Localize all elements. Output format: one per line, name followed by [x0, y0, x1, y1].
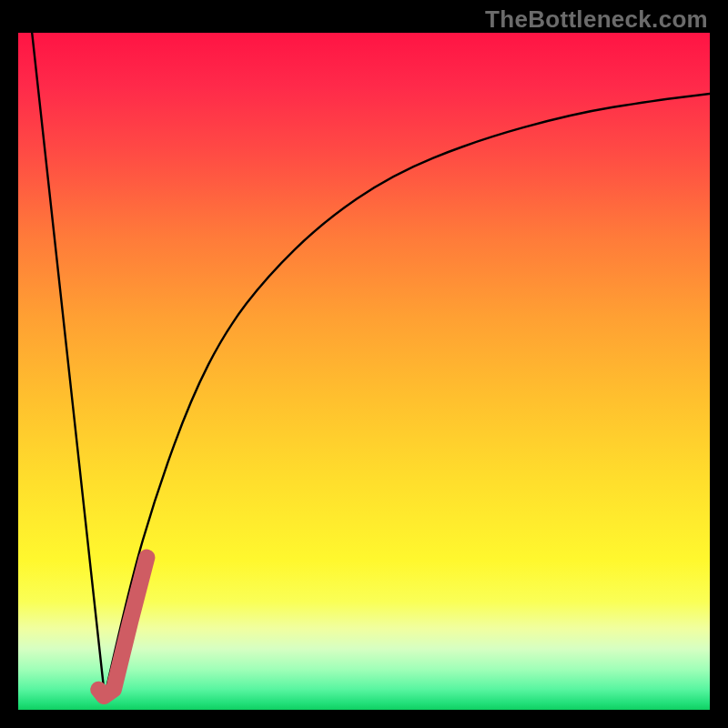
right-rise-curve: [105, 94, 710, 696]
curve-layer: [18, 33, 710, 710]
plot-area: [18, 33, 710, 710]
hook-overlay: [98, 558, 147, 697]
left-descent-curve: [32, 33, 105, 696]
chart-frame: TheBottleneck.com: [0, 0, 728, 728]
brand-watermark: TheBottleneck.com: [485, 5, 708, 34]
